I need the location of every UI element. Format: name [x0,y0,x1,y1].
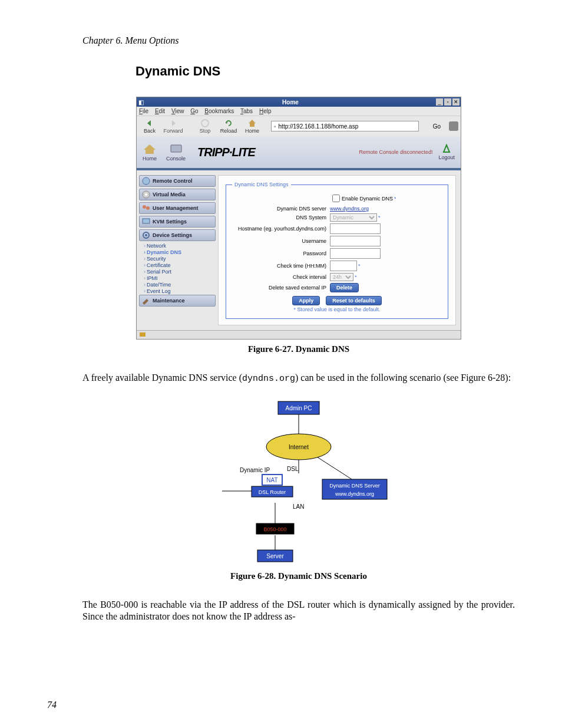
figure-28-caption: Figure 6-28. Dynamic DNS Scenario [82,571,515,581]
header-console-link[interactable]: Console [166,143,186,162]
svg-point-9 [145,234,147,236]
dns-system-select[interactable]: Dynamic [330,213,377,222]
sidebar: Remote Control Virtual Media User Manage… [137,170,218,330]
hostname-input[interactable] [330,223,381,234]
apply-button[interactable]: Apply [292,296,320,305]
sidebar-sub-datetime[interactable]: ›Date/Time [144,282,216,288]
sidebar-item-kvm-settings[interactable]: KVM Settings [139,216,216,228]
sidebar-sub-dynamic-dns[interactable]: ›Dynamic DNS [144,249,216,255]
svg-text:DSL: DSL [287,466,299,472]
minimize-icon[interactable]: _ [436,98,443,106]
menubar: FFileile Edit View Go Bookmarks Tabs Hel… [137,107,461,116]
toolbar: Back Forward Stop Reload Home ▫ [137,116,461,136]
window-titlebar: ◧ Home _ ▫ ✕ [137,97,461,107]
chapter-header: Chapter 6. Menu Options [82,35,515,46]
figure-27-caption: Figure 6-27. Dynamic DNS [82,344,515,354]
sidebar-item-maintenance[interactable]: Maintenance [139,295,216,307]
forward-button[interactable]: Forward [163,118,184,134]
system-label: DNS System [232,215,326,220]
sidebar-sub-network[interactable]: ›Network [144,243,216,249]
delete-ip-label: Delete saved external IP [232,285,326,291]
menu-edit[interactable]: Edit [155,108,165,114]
svg-text:LAN: LAN [293,503,304,510]
brand-logo: TRIPP·LITE [186,146,359,159]
username-input[interactable] [330,236,381,246]
svg-text:Server: Server [266,553,284,559]
window-title: Home [145,99,436,106]
sidebar-sub-certificate[interactable]: ›Certificate [144,262,216,268]
app-header: Home Console TRIPP·LITE Remote Console d… [137,136,461,170]
checktime-label: Check time (HH:MM) [232,263,326,269]
svg-text:www.dyndns.org: www.dyndns.org [335,491,374,497]
menu-file[interactable]: FFileile [139,108,148,114]
maximize-icon[interactable]: ▫ [444,98,451,106]
svg-point-4 [145,193,147,196]
reload-button[interactable]: Reload [218,118,239,134]
menu-help[interactable]: Help [259,108,272,114]
username-label: Username [232,238,326,244]
body-paragraph-1: A freely available Dynamic DNS service (… [82,372,515,385]
password-label: Password [232,251,326,256]
svg-text:DSL Router: DSL Router [259,489,286,495]
dyndns-code: dyndns.org [242,374,295,384]
server-label: Dynamic DNS server [232,206,326,212]
enable-dns-label: Enable Dynamic DNS [342,196,393,202]
sidebar-submenu: ›Network ›Dynamic DNS ›Security ›Certifi… [139,243,216,294]
interval-select[interactable]: 24h [330,273,353,281]
svg-text:Admin PC: Admin PC [285,405,312,411]
stop-button[interactable]: Stop [194,118,216,134]
sidebar-sub-security[interactable]: ›Security [144,256,216,262]
svg-point-0 [201,120,209,127]
svg-rect-1 [171,145,181,152]
body-paragraph-2: The B050-000 is reachable via the IP add… [82,599,515,624]
svg-text:NAT: NAT [266,477,277,483]
dns-scenario-diagram: Admin PC Internet Dynamic IP DSL NAT DSL… [204,397,393,568]
sidebar-sub-ipmi[interactable]: ›IPMI [144,275,216,281]
password-input[interactable] [330,248,381,259]
menu-tabs[interactable]: Tabs [240,108,253,114]
sidebar-sub-event-log[interactable]: ›Event Log [144,288,216,294]
svg-text:Dynamic IP: Dynamic IP [240,467,270,473]
menu-view[interactable]: View [171,108,184,114]
sidebar-item-device-settings[interactable]: Device Settings [139,229,216,241]
svg-rect-7 [143,219,150,223]
dns-settings-fieldset: Dynamic DNS Settings Enable Dynamic DNS*… [226,182,448,319]
stored-note: * Stored value is equal to the default. [232,307,442,312]
fieldset-legend: Dynamic DNS Settings [232,182,291,187]
svg-text:Internet: Internet [289,444,309,450]
sidebar-item-user-management[interactable]: User Management [139,202,216,214]
browser-statusbar [137,330,461,339]
reset-button[interactable]: Reset to defaults [326,296,382,305]
sidebar-sub-serial-port[interactable]: ›Serial Port [144,269,216,275]
section-title: Dynamic DNS [135,64,515,79]
logout-link[interactable]: Logout [438,144,455,160]
dyndns-link[interactable]: www.dyndns.org [330,206,369,212]
enable-dns-checkbox[interactable] [332,195,340,202]
svg-point-6 [146,206,150,210]
svg-text:B050-000: B050-000 [263,526,286,532]
close-icon[interactable]: ✕ [452,98,459,106]
interval-label: Check interval [232,274,326,280]
svg-rect-10 [140,332,146,337]
header-home-link[interactable]: Home [143,143,157,162]
menu-go[interactable]: Go [190,108,198,114]
delete-button[interactable]: Delete [330,283,359,292]
svg-point-5 [143,205,146,209]
hostname-label: Hostname (eg. yourhost.dyndns.com) [232,226,326,232]
app-icon: ◧ [137,99,145,106]
address-bar[interactable]: ▫ http://192.168.1.188/home.asp [271,121,419,131]
throbber-icon [449,121,458,131]
svg-point-2 [143,177,150,185]
sidebar-item-remote-control[interactable]: Remote Control [139,175,216,187]
status-text: Remote Console disconnected! [359,149,432,155]
browser-window: ◧ Home _ ▫ ✕ FFileile Edit View Go Bookm… [136,97,461,340]
menu-bookmarks[interactable]: Bookmarks [204,108,234,114]
home-button[interactable]: Home [242,118,263,134]
main-panel: Dynamic DNS Settings Enable Dynamic DNS*… [218,175,456,325]
checktime-input[interactable] [330,261,357,271]
page-number: 74 [47,700,57,710]
svg-text:Dynamic DNS Server: Dynamic DNS Server [329,483,380,489]
sidebar-item-virtual-media[interactable]: Virtual Media [139,189,216,200]
go-button[interactable]: Go [429,123,444,130]
back-button[interactable]: Back [139,118,160,134]
